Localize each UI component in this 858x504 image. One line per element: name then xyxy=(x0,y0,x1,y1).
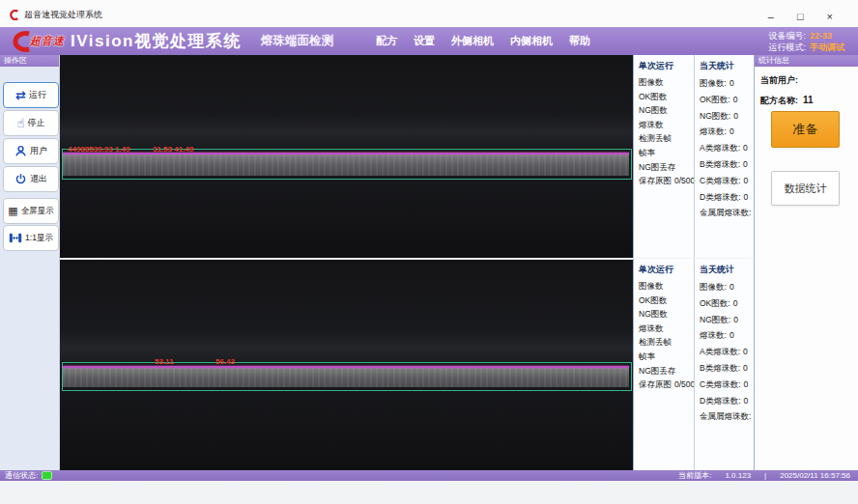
prepare-button[interactable]: 准备 xyxy=(771,111,840,148)
stat-label: 熔珠数: xyxy=(700,327,727,344)
device-number-label: 设备编号: xyxy=(768,31,806,41)
stat-row: A类熔珠数:0 xyxy=(695,344,755,360)
menu-item[interactable]: 帮助 xyxy=(569,34,590,48)
inner-camera-view: 53.11 56.43 xyxy=(60,260,633,470)
recipe-name-label: 配方名称: xyxy=(760,96,798,105)
device-info: 设备编号:22-33 运行模式:手动调试 xyxy=(768,30,844,53)
stat-row: NG图数:0 xyxy=(695,312,755,328)
stat-row: NG图数 xyxy=(634,103,694,118)
single-run-column: 单次运行 图像数 OK图数 NG图数 熔珠数 检测丢帧 帧率 NG图丢存 xyxy=(634,259,694,470)
stat-label: 熔珠数: xyxy=(700,124,727,140)
datetime: 2025/02/11 16:57:56 xyxy=(780,471,850,480)
single-run-rows: 图像数 OK图数 NG图数 熔珠数 检测丢帧 帧率 NG图丢存 保存原图0/50… xyxy=(634,75,694,188)
stat-label: 金属屑熔珠数: xyxy=(700,205,751,221)
info-panel-title: 统计信息 xyxy=(755,55,858,67)
status-separator: | xyxy=(764,471,766,480)
stat-row: NG图数 xyxy=(634,307,694,322)
stat-label: NG图丢存 xyxy=(639,160,675,175)
stat-row: 图像数:0 xyxy=(695,75,755,92)
stat-row: OK图数 xyxy=(634,294,694,308)
stat-row: A类熔珠数:0 xyxy=(695,140,755,156)
sidebar-title: 操作区 xyxy=(0,55,59,67)
exit-button[interactable]: 退出 xyxy=(3,166,59,192)
stop-hand-icon: ☝ xyxy=(17,117,25,129)
stats-panel-inner: 单次运行 图像数 OK图数 NG图数 熔珠数 检测丢帧 帧率 NG图丢存 xyxy=(633,259,755,470)
close-icon[interactable]: × xyxy=(827,12,833,22)
stat-row: 熔珠数:0 xyxy=(695,124,755,140)
page-subtitle: 熔珠端面检测 xyxy=(261,33,333,49)
stats-panel-outer: 单次运行 图像数 OK图数 NG图数 熔珠数 检测丢帧 帧率 NG图丢存 xyxy=(633,55,755,258)
stat-label: NG图丢存 xyxy=(639,364,675,378)
device-number-row: 设备编号:22-33 xyxy=(768,30,844,42)
stat-row: 熔珠数 xyxy=(634,322,694,336)
exit-label: 退出 xyxy=(30,173,47,185)
stat-row: OK图数:0 xyxy=(695,92,755,108)
stat-label: D类熔珠数: xyxy=(700,189,741,206)
stat-label: 图像数: xyxy=(700,279,727,295)
stat-label: 熔珠数 xyxy=(639,322,664,336)
stat-label: 图像数 xyxy=(639,75,664,90)
stat-label: 保存原图 xyxy=(639,174,672,188)
stat-label: OK图数: xyxy=(700,92,730,108)
app-window: 超音速视觉处理系统 – □ × 超音速 IVision视觉处理系统 熔珠端面检测… xyxy=(0,0,858,504)
stat-label: C类熔珠数: xyxy=(700,377,741,393)
stat-row: 帧率 xyxy=(634,350,694,364)
daily-column: 当天统计 图像数:0 OK图数:0 NG图数:0 熔珠数:0 A类熔珠数:0 B… xyxy=(694,259,755,470)
run-button[interactable]: ⇄ 运行 xyxy=(3,82,59,108)
stat-row: 检测丢帧 xyxy=(634,131,694,146)
comm-status-indicator xyxy=(42,471,52,480)
statistics-info-panel: 统计信息 当前用户: 配方名称:11 准备 数据统计 xyxy=(754,55,858,470)
menu-item[interactable]: 内侧相机 xyxy=(510,34,553,48)
stat-value: 0 xyxy=(744,393,749,409)
minimize-icon[interactable]: – xyxy=(768,12,774,22)
measurement-annotation: 44988539.93 1.49 xyxy=(68,145,130,154)
stat-label: 检测丢帧 xyxy=(639,131,672,146)
maximize-icon[interactable]: □ xyxy=(797,12,804,22)
fullscreen-icon: ▦ xyxy=(8,205,17,217)
stat-value: 0 xyxy=(744,189,749,206)
stat-value: 0 xyxy=(733,92,738,108)
stat-row: NG图数:0 xyxy=(695,108,755,125)
stat-row: 熔珠数 xyxy=(634,118,694,132)
comm-status-label: 通信状态: xyxy=(5,470,38,481)
daily-title: 当天统计 xyxy=(700,264,755,276)
stat-label: 帧率 xyxy=(639,350,655,364)
one-to-one-button[interactable]: 1:1显示 xyxy=(3,225,59,251)
stat-label: 熔珠数 xyxy=(639,118,664,132)
recipe-name-value: 11 xyxy=(803,95,814,105)
stat-value: 0 xyxy=(744,377,749,393)
menu-item[interactable]: 设置 xyxy=(414,34,435,48)
window-title: 超音速视觉处理系统 xyxy=(24,9,102,21)
stat-row: OK图数:0 xyxy=(695,295,755,312)
menu-item[interactable]: 配方 xyxy=(376,34,397,48)
stat-label: 图像数: xyxy=(700,75,727,92)
stat-label: OK图数 xyxy=(639,90,667,104)
data-statistics-button[interactable]: 数据统计 xyxy=(771,171,840,206)
stat-row: OK图数 xyxy=(634,90,694,104)
device-number-value: 22-33 xyxy=(810,31,832,41)
image-highlight xyxy=(60,331,633,364)
user-button[interactable]: 用户 xyxy=(3,138,59,164)
stat-label: 图像数 xyxy=(639,279,664,294)
menu-item[interactable]: 外侧相机 xyxy=(451,34,494,48)
stat-row: 图像数 xyxy=(634,75,694,90)
stat-label: 金属屑熔珠数: xyxy=(700,408,751,425)
stat-row: D类熔珠数:0 xyxy=(695,393,755,409)
stat-value: 0 xyxy=(743,360,748,377)
single-run-title: 单次运行 xyxy=(639,60,694,72)
stat-row: C类熔珠数:0 xyxy=(695,173,755,189)
stop-button[interactable]: ☝ 停止 xyxy=(3,110,59,136)
run-icon: ⇄ xyxy=(15,89,26,101)
stat-label: D类熔珠数: xyxy=(700,393,741,409)
stat-value: 0 xyxy=(733,108,738,125)
run-mode-value: 手动调试 xyxy=(810,42,844,52)
stat-row: 图像数:0 xyxy=(695,279,755,295)
fullscreen-button[interactable]: ▦ 全屏显示 xyxy=(3,198,59,224)
stat-value: 0 xyxy=(743,344,748,360)
stat-value: 0 xyxy=(744,173,749,189)
image-highlight xyxy=(60,115,633,148)
current-user-row: 当前用户: xyxy=(760,74,858,87)
stat-label: NG图数: xyxy=(700,312,730,328)
status-bar: 通信状态: 当前版本: 1.0.123 | 2025/02/11 16:57:5… xyxy=(0,470,858,481)
stop-label: 停止 xyxy=(27,117,44,129)
